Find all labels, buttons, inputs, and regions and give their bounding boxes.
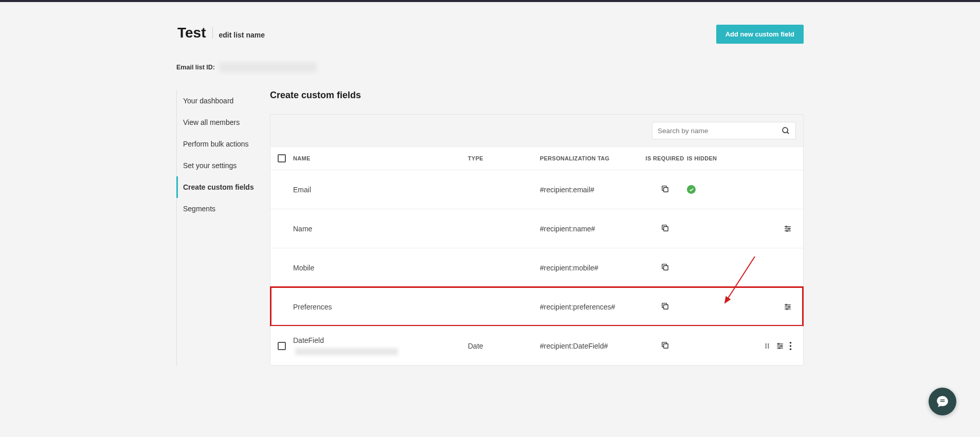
- list-title: Test: [177, 25, 206, 41]
- svg-point-24: [768, 347, 769, 348]
- list-id-label: Email list ID:: [176, 64, 215, 71]
- required-check-icon: [687, 185, 696, 194]
- svg-rect-18: [663, 343, 668, 348]
- select-all-checkbox[interactable]: [278, 154, 286, 162]
- svg-point-31: [790, 342, 792, 344]
- drag-handle-icon[interactable]: [764, 342, 771, 350]
- sidebar-item-view-members[interactable]: View all members: [176, 112, 259, 133]
- svg-point-20: [768, 343, 769, 344]
- sidebar-item-bulk-actions[interactable]: Perform bulk actions: [176, 133, 259, 155]
- custom-fields-table: NAME TYPE PERSONALIZATION TAG IS REQUIRE…: [270, 114, 804, 366]
- table-row[interactable]: Mobile#recipient:mobile#: [270, 248, 803, 287]
- row-name: Mobile: [293, 264, 468, 272]
- row-tag: #recipient:preferences#: [540, 303, 643, 311]
- svg-point-9: [786, 230, 788, 231]
- sidebar-item-segments[interactable]: Segments: [176, 198, 259, 220]
- tune-icon[interactable]: [784, 303, 792, 311]
- row-tag: #recipient:mobile#: [540, 264, 643, 272]
- svg-point-19: [766, 343, 767, 344]
- copy-icon[interactable]: [661, 185, 669, 193]
- table-row[interactable]: Name#recipient:name#: [270, 209, 803, 248]
- copy-icon[interactable]: [661, 224, 669, 232]
- svg-point-23: [766, 347, 767, 348]
- svg-point-7: [786, 226, 787, 227]
- row-name: Name: [293, 225, 468, 233]
- col-header-required: IS REQUIRED: [643, 155, 687, 161]
- svg-point-0: [783, 128, 788, 133]
- copy-icon[interactable]: [661, 302, 669, 311]
- copy-icon[interactable]: [661, 341, 669, 350]
- table-toolbar: [270, 115, 803, 147]
- svg-point-8: [788, 228, 790, 229]
- col-header-tag: PERSONALIZATION TAG: [540, 155, 643, 161]
- col-header-hidden: IS HIDDEN: [687, 155, 726, 161]
- row-name: Email: [293, 186, 468, 194]
- chat-icon: [936, 395, 949, 408]
- list-id-value-blurred: [219, 62, 317, 72]
- table-row[interactable]: Preferences#recipient:preferences#: [270, 287, 803, 326]
- row-tag: #recipient:email#: [540, 186, 643, 194]
- svg-point-28: [778, 343, 779, 344]
- table-row[interactable]: Email#recipient:email#: [270, 170, 803, 209]
- row-checkbox[interactable]: [278, 342, 286, 350]
- copy-icon[interactable]: [661, 263, 669, 271]
- sidebar: Your dashboard View all members Perform …: [176, 90, 259, 366]
- row-name: Preferences: [293, 303, 468, 311]
- content-area: Create custom fields NAME TYPE PERSONALI…: [270, 90, 804, 366]
- section-title: Create custom fields: [270, 90, 804, 101]
- svg-point-22: [768, 345, 769, 346]
- add-new-custom-field-button[interactable]: Add new custom field: [716, 25, 804, 44]
- svg-point-32: [790, 345, 792, 347]
- title-divider: [212, 27, 213, 39]
- tune-icon[interactable]: [784, 225, 792, 233]
- col-header-type: TYPE: [468, 155, 540, 161]
- table-row[interactable]: DateFieldDate#recipient:DateField#: [270, 326, 803, 365]
- edit-list-name-link[interactable]: edit list name: [219, 31, 265, 39]
- svg-rect-3: [663, 226, 668, 231]
- svg-rect-2: [663, 187, 668, 192]
- chat-fab[interactable]: [929, 388, 956, 415]
- svg-rect-10: [663, 265, 668, 270]
- search-input[interactable]: [658, 127, 782, 135]
- sidebar-item-settings[interactable]: Set your settings: [176, 155, 259, 176]
- title-block: Test edit list name: [177, 25, 265, 41]
- svg-point-21: [766, 345, 767, 346]
- row-tag: #recipient:name#: [540, 225, 643, 233]
- svg-point-16: [788, 306, 790, 307]
- svg-point-17: [786, 308, 788, 309]
- search-box[interactable]: [652, 122, 796, 139]
- row-meta-blurred: [295, 348, 398, 355]
- sidebar-item-dashboard[interactable]: Your dashboard: [176, 90, 259, 112]
- svg-point-29: [781, 345, 782, 347]
- row-tag: #recipient:DateField#: [540, 342, 643, 350]
- list-id-row: Email list ID:: [176, 62, 804, 72]
- row-type: Date: [468, 342, 540, 350]
- svg-point-30: [778, 347, 780, 349]
- header-row: Test edit list name Add new custom field: [176, 25, 804, 44]
- sidebar-item-custom-fields[interactable]: Create custom fields: [176, 176, 259, 198]
- tune-icon[interactable]: [776, 342, 784, 350]
- row-name: DateField: [293, 336, 468, 355]
- svg-point-15: [786, 304, 787, 305]
- svg-rect-11: [663, 304, 668, 309]
- table-header: NAME TYPE PERSONALIZATION TAG IS REQUIRE…: [270, 147, 803, 170]
- search-icon: [782, 126, 790, 135]
- svg-line-1: [787, 132, 789, 134]
- more-icon[interactable]: [789, 342, 792, 350]
- svg-point-33: [790, 348, 792, 350]
- col-header-name: NAME: [293, 155, 468, 161]
